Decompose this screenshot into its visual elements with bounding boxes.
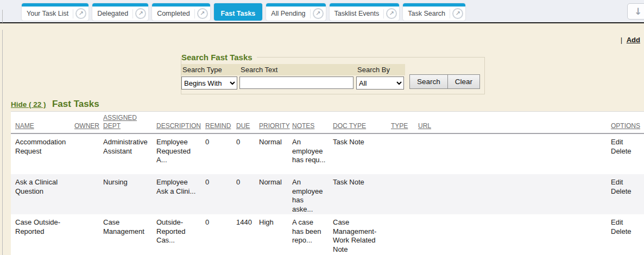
fast-tasks-table: NAMEOWNERASSIGNED DEPTDESCRIPTIONREMINDD… — [11, 111, 644, 255]
delete-link[interactable]: Delete — [611, 227, 637, 237]
cell-remind: 0 — [205, 138, 236, 174]
popout-icon[interactable]: ↗ — [135, 8, 146, 19]
search-by-select[interactable]: All — [356, 76, 404, 90]
tab-label: All Pending — [271, 10, 310, 17]
cell-url — [418, 138, 611, 174]
page-content: | Add Search Fast Tasks Search Type Sear… — [0, 23, 644, 255]
cell-doc-type: Task Note — [333, 178, 391, 214]
cell-options: EditDelete — [611, 138, 644, 174]
search-by-label: Search By — [356, 64, 405, 75]
clear-button[interactable]: Clear — [448, 74, 480, 89]
search-text-input[interactable] — [239, 76, 353, 89]
delete-link[interactable]: Delete — [611, 187, 637, 196]
col-header-options[interactable]: OPTIONS — [611, 122, 644, 130]
popout-icon[interactable]: ↗ — [386, 8, 397, 19]
col-header-due[interactable]: DUE — [236, 122, 259, 130]
cell-options: EditDelete — [611, 178, 644, 214]
add-toolbar: | Add — [621, 36, 640, 44]
cell-description: Employee Requested A... — [156, 138, 205, 174]
tab-divider — [132, 9, 133, 18]
tab-label: Completed — [157, 10, 194, 17]
tab-your-task-list[interactable]: Your Task List↗ — [22, 3, 89, 21]
edit-link[interactable]: Edit — [611, 218, 637, 227]
cell-due: 0 — [236, 178, 259, 214]
separator: | — [621, 36, 622, 44]
cell-options: EditDelete — [611, 218, 644, 254]
tab-body: Tasklist Events↗ — [330, 7, 400, 21]
cell-priority: High — [259, 218, 292, 254]
cell-due: 0 — [236, 138, 259, 174]
left-border-line — [2, 30, 3, 255]
tab-body: Completed↗ — [152, 7, 210, 21]
col-header-remind[interactable]: REMIND — [205, 122, 236, 130]
delete-link[interactable]: Delete — [611, 147, 637, 156]
cell-name: Ask a Clinical Question — [15, 178, 74, 214]
cell-owner — [74, 138, 103, 174]
tab-divider — [450, 9, 450, 18]
tab-label: Your Task List — [27, 10, 73, 17]
popout-icon[interactable]: ↗ — [452, 8, 463, 19]
tab-bar: Your Task List↗Delegated↗Completed↗Fast … — [0, 0, 644, 23]
tab-body: Delegated↗ — [92, 7, 148, 21]
search-button[interactable]: Search — [409, 74, 448, 89]
cell-type — [391, 178, 418, 214]
col-header-name[interactable]: NAME — [15, 122, 74, 130]
hide-count-link[interactable]: Hide ( 22 ) — [11, 100, 46, 109]
col-header-description[interactable]: DESCRIPTION — [156, 122, 205, 130]
cell-type — [391, 138, 418, 174]
add-link[interactable]: Add — [627, 36, 640, 44]
search-labels-row: Search Type Search Text Search By — [181, 64, 405, 75]
search-type-select[interactable]: Begins With — [181, 76, 237, 90]
cell-url — [418, 178, 611, 214]
table-header-row: NAMEOWNERASSIGNED DEPTDESCRIPTIONREMINDD… — [11, 112, 644, 134]
tab-label: Tasklist Events — [334, 10, 384, 17]
col-header-doc-type[interactable]: DOC TYPE — [333, 122, 391, 130]
cell-notes: An employee has requ... — [292, 138, 333, 174]
tab-completed[interactable]: Completed↗ — [152, 3, 210, 21]
cell-remind: 0 — [205, 218, 236, 254]
tab-body: Your Task List↗ — [22, 7, 89, 21]
cell-url — [418, 218, 611, 254]
cell-assigned-dept: Administrative Assistant — [103, 138, 156, 174]
edit-link[interactable]: Edit — [611, 178, 637, 187]
edit-link[interactable]: Edit — [611, 138, 637, 147]
cell-type — [391, 218, 418, 254]
cell-description: Outside-Reported Cas... — [156, 218, 205, 254]
tab-all-pending[interactable]: All Pending↗ — [266, 3, 325, 21]
tab-task-search[interactable]: Task Search↗ — [403, 3, 465, 21]
tab-fast-tasks[interactable]: Fast Tasks — [214, 3, 263, 21]
popout-icon[interactable]: ↗ — [313, 8, 324, 19]
col-header-notes[interactable]: NOTES — [292, 122, 333, 130]
col-header-priority[interactable]: PRIORITY — [259, 122, 292, 130]
tab-divider — [310, 9, 311, 18]
left-border-line — [2, 10, 3, 23]
search-panel: Search Fast Tasks Search Type Search Tex… — [181, 53, 485, 94]
tab-label: Delegated — [97, 10, 132, 17]
col-header-owner[interactable]: OWNER — [74, 122, 103, 130]
cell-owner — [74, 218, 103, 254]
scroll-down-button[interactable]: ↓ — [627, 3, 644, 20]
search-text-label: Search Text — [239, 64, 356, 75]
search-type-label: Search Type — [181, 64, 239, 75]
table-body: Accommodation RequestAdministrative Assi… — [11, 134, 644, 254]
popout-icon[interactable]: ↗ — [75, 8, 86, 19]
cell-due: 1440 — [236, 218, 259, 254]
popout-icon[interactable]: ↗ — [197, 8, 208, 19]
cell-notes: An employee has aske... — [292, 178, 333, 214]
col-header-type[interactable]: TYPE — [391, 122, 418, 130]
cell-owner — [74, 178, 103, 214]
tab-body: Fast Tasks — [214, 7, 263, 21]
cell-name: Case Outside-Reported — [15, 218, 74, 254]
tab-tasklist-events[interactable]: Tasklist Events↗ — [330, 3, 400, 21]
tab-body: Task Search↗ — [403, 7, 465, 21]
list-title: Fast Tasks — [52, 99, 99, 109]
cell-doc-type: Task Note — [333, 138, 391, 174]
tab-delegated[interactable]: Delegated↗ — [92, 3, 148, 21]
tab-divider — [194, 9, 195, 18]
col-header-url[interactable]: URL — [418, 122, 611, 130]
cell-assigned-dept: Case Management — [103, 218, 156, 254]
tab-label: Fast Tasks — [221, 10, 256, 17]
tab-divider — [383, 9, 384, 18]
col-header-assigned-dept[interactable]: ASSIGNED DEPT — [103, 114, 156, 130]
table-row: Ask a Clinical QuestionNursingEmployee A… — [11, 174, 644, 214]
